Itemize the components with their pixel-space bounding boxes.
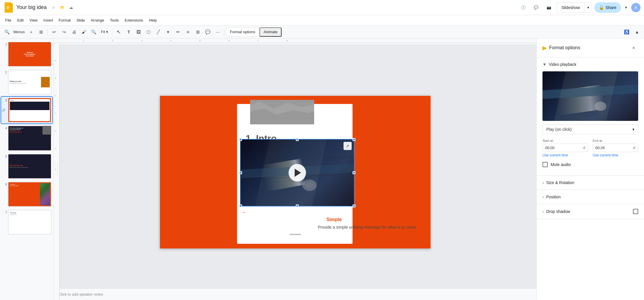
slide-thumb-5[interactable]: 5 Just one! Your own. Ability to help th… [1,153,52,180]
zoom-select[interactable]: Fit ▾ [99,28,110,36]
handle-top-left[interactable] [239,138,242,141]
handle-bottom-mid[interactable] [296,204,299,207]
user-avatar[interactable]: A [631,3,641,12]
chevron-right-position-icon: › [542,195,544,199]
history-icon[interactable]: 🕐 [518,2,529,13]
mute-audio-row: Mute audio [542,158,638,171]
comment-inline-btn[interactable]: 💬 [203,27,212,37]
svg-text:2: 2 [112,39,113,42]
simple-label: Simple [327,217,342,222]
menu-arrange[interactable]: Arrange [88,17,107,24]
slide-thumb-3[interactable]: 3 1. Intro 🔗 [1,97,52,123]
svg-text:1: 1 [54,148,56,149]
end-time-refresh-icon[interactable]: ↺ [633,146,636,150]
comment-icon[interactable]: 💬 [531,2,541,13]
share-button[interactable]: 🔒 Share [594,2,621,13]
menu-extensions[interactable]: Extensions [122,17,146,24]
collapse-btn[interactable]: ▲ [632,27,642,37]
time-controls: Start at: 00:00 ↺ Use current time End a… [542,139,638,157]
menu-help[interactable]: Help [146,17,160,24]
drop-shadow-checkbox[interactable] [633,209,638,214]
menu-file[interactable]: File [2,17,14,24]
grid-view-btn[interactable]: ⊞ [36,27,46,37]
slide-thumb-1[interactable]: 1 MakingPresentationsThat Stick [1,41,52,68]
doc-title: Your big idea [16,4,47,10]
google-slides-logo [5,2,13,13]
star-icon[interactable]: ☆ [50,4,57,11]
search-btn[interactable]: 🔍 [2,27,12,37]
slide-num-7: 7 [2,210,7,214]
canvas-scroll[interactable]: -4 -3 -2 -1 0 1 2 1. Intro [54,44,536,300]
start-time-refresh-icon[interactable]: ↺ [583,146,586,150]
svg-rect-2 [7,7,10,8]
collapse-panel-btn[interactable]: ‹ [54,163,58,175]
table-btn[interactable]: ⊞ [193,27,202,37]
handle-mid-left[interactable] [239,171,242,174]
paint-format-btn[interactable]: 🖌 [79,27,88,37]
svg-rect-4 [7,9,9,9]
redo-btn[interactable]: ↪ [59,27,69,37]
use-current-time-end[interactable]: Use current time [593,153,638,157]
format-options-button[interactable]: Format options [226,27,259,37]
text-btn[interactable]: T [124,27,133,37]
mute-audio-checkbox[interactable] [542,162,548,167]
panel-close-button[interactable]: ✕ [629,43,638,52]
panel-header: ▶ Format options ✕ [537,38,644,57]
video-element[interactable]: ↗ [240,139,355,207]
animate-button[interactable]: Animate [259,27,282,37]
camera-icon[interactable]: 📷 [544,2,554,13]
start-time-input[interactable]: 00:00 ↺ [542,144,588,152]
more-btn[interactable]: ⋯ [213,27,222,37]
speaker-notes[interactable]: Click to add speaker notes [54,288,536,300]
position-section[interactable]: › Position [537,190,644,204]
handle-mid-right[interactable] [353,171,355,174]
slide-thumb-4[interactable]: 4 How many languages doyou need to know … [1,125,52,151]
menus-label[interactable]: Menus [12,30,26,34]
shapes-btn[interactable]: ⬡ [144,27,153,37]
zoom-out-btn[interactable]: 🔍 [89,27,98,37]
slide-thumb-6[interactable]: 6 The biggest... NINETY LANGUAGES [1,181,52,208]
menu-tools[interactable]: Tools [107,17,122,24]
slideshow-main-btn[interactable]: Slideshow [557,3,585,13]
handle-bottom-left[interactable] [239,204,242,207]
menu-insert[interactable]: Insert [40,17,56,24]
folder-icon[interactable]: 📁 [59,4,66,11]
drop-shadow-section[interactable]: › Drop shadow [537,204,644,219]
line-btn[interactable]: ╱ [154,27,163,37]
undo-btn[interactable]: ↩ [49,27,59,37]
menu-edit[interactable]: Edit [14,17,26,24]
menu-slide[interactable]: Slide [74,17,88,24]
external-link-icon[interactable]: ↗ [344,142,352,150]
slide2-text: Selling your idea Some placeholder text … [10,80,40,84]
handle-top-right[interactable] [353,138,355,141]
video-playback-content: Play (on click) ▾ Start at: 00:00 ↺ Use … [537,71,644,175]
accessibility-btn[interactable]: ♿ [622,27,631,37]
menu-format[interactable]: Format [56,17,74,24]
menu-view[interactable]: View [26,17,40,24]
slide-thumb-2[interactable]: 2 Selling your idea Some placeholder tex… [1,69,52,96]
slide-img-3: 1. Intro [8,98,51,122]
svg-rect-0 [6,4,10,11]
end-time-input[interactable]: 00:26 ↺ [593,144,638,152]
video-playback-header[interactable]: ▼ Video playback [537,57,644,71]
format-btn[interactable]: ≡ [183,27,193,37]
line-dropdown[interactable]: ▾ [163,27,173,37]
video-play-button[interactable] [289,164,306,181]
share-dropdown-btn[interactable]: ▾ [623,2,629,13]
handle-top-mid[interactable] [296,138,299,141]
size-rotation-section[interactable]: › Size & Rotation [537,176,644,190]
use-current-time-start[interactable]: Use current time [542,153,588,157]
add-btn[interactable]: + [26,27,36,37]
play-mode-dropdown[interactable]: Play (on click) ▾ [542,124,638,134]
toolbar-right: ♿ ▲ [622,27,642,37]
image-btn[interactable]: 🖼 [134,27,143,37]
cursor-btn[interactable]: ↖ [114,27,123,37]
slide-thumb-7[interactable]: 7 A Example Content text here [1,209,52,236]
print-btn[interactable]: 🖨 [69,27,79,37]
cloud-icon[interactable]: ☁ [67,4,74,11]
slideshow-dropdown-btn[interactable]: ▾ [585,3,592,13]
pen-btn[interactable]: ✏ [173,27,183,37]
handle-bottom-right[interactable] [353,204,355,207]
svg-text:1: 1 [83,39,84,42]
slide-num-6: 6 [2,182,7,186]
